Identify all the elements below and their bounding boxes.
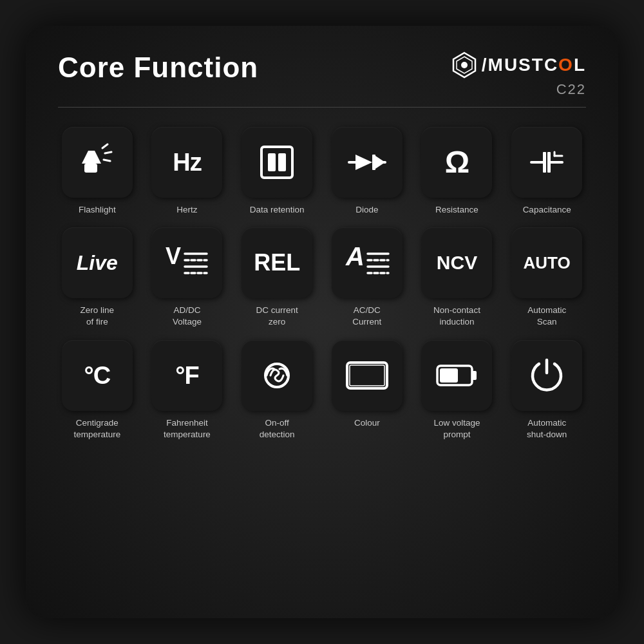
feature-resistance: Ω Resistance	[418, 127, 497, 216]
model-number: C22	[556, 81, 586, 98]
ncv-icon-box: NCV	[421, 227, 492, 298]
svg-line-7	[104, 160, 110, 161]
colour-icon-box	[332, 340, 402, 411]
fahrenheit-label: Fahrenheittemperature	[164, 417, 211, 440]
svg-marker-3	[82, 151, 101, 164]
flashlight-label: Flashlight	[79, 204, 116, 216]
svg-marker-15	[374, 155, 385, 170]
auto-icon-box: AUTO	[511, 227, 582, 298]
feature-fahrenheit: °F Fahrenheittemperature	[148, 340, 227, 440]
diode-icon	[346, 142, 388, 183]
low-voltage-label: Low voltageprompt	[433, 417, 480, 440]
capacitance-icon	[526, 142, 567, 183]
feature-low-voltage: Low voltageprompt	[418, 340, 497, 440]
colour-icon	[345, 359, 390, 392]
capacitance-label: Capacitance	[523, 204, 571, 216]
rel-label: DC currentzero	[256, 305, 298, 328]
svg-line-5	[102, 144, 108, 148]
live-icon-box: Live	[62, 227, 133, 298]
diode-icon-box	[332, 127, 402, 198]
feature-colour: Colour	[328, 340, 406, 440]
live-label: Zero lineof fire	[80, 305, 115, 328]
feature-data-retention: Data retention	[238, 127, 316, 216]
logo-area: /MUSTCOL C22	[451, 52, 586, 98]
ac-current-icon: A	[345, 245, 390, 281]
ncv-icon: NCV	[437, 252, 477, 274]
rel-icon: REL	[254, 249, 300, 276]
auto-icon: AUTO	[524, 253, 571, 273]
colour-label: Colour	[354, 417, 380, 429]
capacitance-icon-box	[511, 127, 582, 198]
feature-voltage: V AD/DCVoltage	[148, 227, 227, 328]
voltage-label: AD/DCVoltage	[173, 305, 202, 328]
main-card: Core Function /MUSTCOL C22	[26, 26, 618, 618]
fahrenheit-icon: °F	[175, 363, 198, 388]
svg-marker-11	[355, 155, 372, 170]
shutdown-icon	[527, 356, 566, 395]
feature-ncv: NCV Non-contactinduction	[418, 227, 497, 328]
data-retention-icon	[256, 142, 298, 183]
celsius-label: Centigradetemperature	[73, 417, 120, 440]
feature-flashlight: Flashlight	[58, 127, 137, 216]
divider	[58, 107, 586, 108]
low-voltage-icon-box	[421, 340, 492, 411]
page-title: Core Function	[58, 52, 258, 84]
feature-onoff: On-offdetection	[238, 340, 316, 440]
shutdown-icon-box	[511, 340, 582, 411]
feature-celsius: °C Centigradetemperature	[58, 340, 137, 440]
svg-text:V: V	[166, 245, 181, 269]
header: Core Function /MUSTCOL C22	[58, 52, 586, 98]
hertz-icon: Hz	[173, 150, 201, 175]
onoff-label: On-offdetection	[260, 417, 295, 440]
svg-text:A: A	[345, 245, 365, 270]
resistance-icon-box: Ω	[421, 127, 492, 198]
svg-rect-17	[543, 152, 546, 173]
svg-rect-33	[347, 363, 387, 388]
features-grid: Flashlight Hz Hertz Data retention	[58, 127, 586, 440]
shutdown-label: Automaticshut-down	[527, 417, 567, 440]
onoff-icon	[258, 356, 296, 395]
feature-diode: Diode	[328, 127, 406, 216]
low-voltage-icon	[435, 361, 478, 390]
svg-rect-36	[472, 371, 477, 380]
feature-ac-current: A AC/DCCurrent	[328, 227, 406, 328]
logo-icon	[451, 52, 478, 79]
ac-current-icon-box: A	[332, 227, 402, 298]
celsius-icon: °C	[84, 363, 111, 388]
data-retention-icon-box	[242, 127, 312, 198]
data-retention-label: Data retention	[250, 204, 305, 216]
feature-auto: AUTO AutomaticScan	[507, 227, 586, 328]
resistance-label: Resistance	[435, 204, 478, 216]
svg-rect-4	[84, 164, 97, 173]
feature-hertz: Hz Hertz	[148, 127, 227, 216]
svg-rect-34	[350, 365, 384, 386]
ncv-label: Non-contactinduction	[433, 305, 480, 328]
hertz-label: Hertz	[176, 204, 197, 216]
auto-label: AutomaticScan	[527, 305, 566, 328]
voltage-icon: V	[164, 245, 209, 281]
feature-capacitance: Capacitance	[507, 127, 586, 216]
svg-point-2	[461, 62, 468, 68]
voltage-icon-box: V	[151, 227, 222, 298]
svg-line-6	[105, 152, 111, 153]
flashlight-icon-box	[62, 127, 133, 198]
svg-rect-8	[261, 147, 292, 178]
rel-icon-box: REL	[242, 227, 312, 298]
svg-rect-9	[268, 153, 276, 171]
onoff-icon-box	[242, 340, 312, 411]
feature-rel: REL DC currentzero	[238, 227, 316, 328]
ac-current-label: AC/DCCurrent	[352, 305, 381, 328]
live-icon: Live	[77, 251, 118, 275]
flashlight-icon	[77, 142, 118, 183]
logo-text: /MUSTCOL	[482, 55, 586, 75]
celsius-icon-box: °C	[62, 340, 133, 411]
feature-live: Live Zero lineof fire	[58, 227, 137, 328]
svg-rect-10	[278, 153, 286, 171]
svg-rect-37	[440, 368, 458, 383]
fahrenheit-icon-box: °F	[151, 340, 222, 411]
diode-label: Diode	[355, 204, 378, 216]
resistance-icon: Ω	[445, 147, 469, 178]
logo: /MUSTCOL	[451, 52, 586, 79]
feature-shutdown: Automaticshut-down	[507, 340, 586, 440]
hertz-icon-box: Hz	[151, 127, 222, 198]
